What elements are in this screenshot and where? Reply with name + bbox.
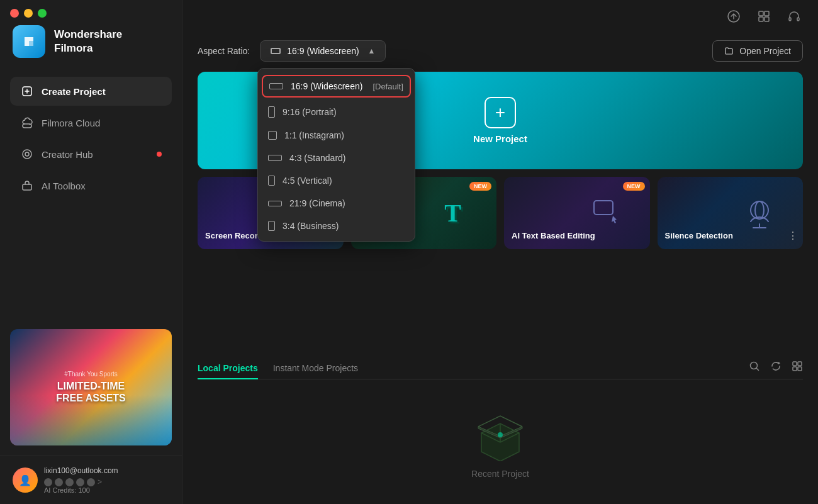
notification-dot	[157, 152, 162, 157]
app-logo	[13, 25, 45, 58]
credit-icon-5	[87, 478, 95, 486]
svg-rect-10	[797, 18, 799, 21]
headset-icon[interactable]	[785, 8, 803, 25]
chevron-up-icon: ▲	[367, 47, 375, 55]
user-profile[interactable]: 👤 lixin100@outlook.com > AI Credits: 100	[0, 456, 182, 504]
card-label: Silence Detection	[665, 231, 733, 242]
user-info: lixin100@outlook.com > AI Credits: 100	[44, 466, 169, 494]
aspect-option-4-3[interactable]: 4:3 (Standard)	[258, 147, 415, 169]
svg-rect-16	[798, 362, 802, 366]
aspect-option-3-4[interactable]: 3:4 (Business)	[258, 215, 415, 237]
maximize-button[interactable]	[38, 9, 47, 18]
svg-rect-5	[759, 11, 763, 16]
card-badge-new: NEW	[623, 182, 645, 191]
icon-square	[268, 131, 277, 140]
option-label: 4:5 (Vertical)	[283, 176, 332, 186]
ai-toolbox-icon	[20, 179, 34, 193]
option-label: 21:9 (Cinema)	[289, 198, 345, 208]
sidebar-item-label: Create Project	[42, 86, 106, 97]
svg-point-14	[751, 362, 758, 369]
sidebar-item-label: Filmora Cloud	[42, 118, 100, 128]
card-badge-new: NEW	[469, 182, 491, 191]
svg-rect-7	[759, 17, 763, 21]
view-toggle-icon[interactable]	[792, 361, 803, 374]
aspect-option-16-9[interactable]: 16:9 (Widescreen) [Default]	[262, 75, 411, 98]
credits-more-icon: >	[98, 478, 102, 486]
credit-icon-2	[55, 478, 63, 486]
svg-rect-17	[793, 367, 797, 371]
option-tag: [Default]	[373, 82, 403, 91]
icon-vertical	[268, 176, 275, 186]
tab-instant-mode[interactable]: Instant Mode Projects	[273, 358, 358, 379]
creator-hub-icon	[20, 147, 34, 161]
empty-state: Recent Project	[198, 379, 803, 504]
avatar: 👤	[13, 468, 38, 493]
open-project-label: Open Project	[739, 46, 791, 56]
svg-rect-8	[765, 17, 769, 21]
promo-tag: #Thank You Sports	[64, 371, 118, 378]
icon-cinema	[268, 201, 282, 206]
svg-point-12	[751, 201, 768, 219]
app-header: Wondershare Filmora	[0, 13, 182, 70]
option-label: 4:3 (Standard)	[289, 153, 346, 163]
traffic-lights	[10, 9, 47, 18]
aspect-ratio-value: 16:9 (Widescreen)	[287, 46, 359, 56]
svg-rect-15	[793, 362, 797, 366]
projects-actions	[749, 361, 803, 377]
promo-banner[interactable]: #Thank You Sports LIMITED-TIME FREE ASSE…	[10, 329, 172, 445]
svg-point-2	[25, 152, 29, 156]
upload-icon[interactable]	[725, 8, 742, 25]
svg-rect-6	[765, 11, 769, 16]
aspect-option-1-1[interactable]: 1:1 (Instagram)	[258, 124, 415, 147]
top-bar	[710, 0, 818, 33]
refresh-icon[interactable]	[770, 361, 782, 374]
aspect-option-9-16[interactable]: 9:16 (Portrait)	[258, 100, 415, 124]
sidebar-item-label: Creator Hub	[42, 149, 93, 160]
option-label: 3:4 (Business)	[283, 221, 339, 231]
icon-business	[268, 221, 275, 231]
svg-rect-9	[789, 18, 791, 21]
svg-rect-3	[23, 184, 31, 190]
credit-icon-3	[65, 478, 74, 486]
aspect-ratio-menu: 16:9 (Widescreen) [Default] 9:16 (Portra…	[257, 68, 415, 242]
sidebar-item-creator-hub[interactable]: Creator Hub	[10, 140, 172, 169]
new-project-content: + New Project	[473, 97, 527, 144]
icon-portrait	[268, 106, 275, 118]
sidebar-item-filmora-cloud[interactable]: Filmora Cloud	[10, 108, 172, 137]
sidebar-item-create-project[interactable]: Create Project	[10, 77, 172, 106]
cloud-icon	[20, 116, 34, 130]
app-title: Wondershare Filmora	[54, 28, 122, 55]
svg-point-19	[498, 432, 503, 437]
user-credits-row: >	[44, 478, 169, 486]
aspect-ratio-label: Aspect Ratio:	[198, 46, 250, 56]
new-project-plus-icon: +	[485, 97, 516, 128]
aspect-ratio-icon-wide	[271, 48, 281, 54]
credit-icon-1	[44, 478, 52, 486]
projects-section: Local Projects Instant Mode Projects	[182, 358, 818, 504]
aspect-ratio-dropdown[interactable]: 16:9 (Widescreen) ▲	[260, 40, 386, 62]
svg-rect-18	[798, 367, 802, 371]
feature-card-silence-detection[interactable]: Silence Detection ⋮	[658, 177, 804, 249]
option-label: 1:1 (Instagram)	[284, 130, 344, 140]
card-menu-dots[interactable]: ⋮	[788, 230, 798, 242]
close-button[interactable]	[10, 9, 19, 18]
option-label: 9:16 (Portrait)	[283, 107, 337, 117]
sidebar: Wondershare Filmora Create Project Filmo…	[0, 0, 182, 504]
minimize-button[interactable]	[24, 9, 33, 18]
sidebar-item-ai-toolbox[interactable]: AI Toolbox	[10, 171, 172, 200]
option-label: 16:9 (Widescreen)	[291, 81, 362, 91]
empty-box-illustration	[469, 405, 532, 461]
search-icon[interactable]	[749, 361, 760, 374]
open-project-button[interactable]: Open Project	[712, 40, 803, 62]
layout-icon[interactable]	[755, 8, 773, 25]
tab-local-projects[interactable]: Local Projects	[198, 358, 258, 379]
feature-card-ai-text-2[interactable]: NEW AI Text Based Editing	[504, 177, 650, 249]
aspect-option-21-9[interactable]: 21:9 (Cinema)	[258, 192, 415, 215]
user-email: lixin100@outlook.com	[44, 466, 169, 475]
create-project-icon	[20, 84, 34, 98]
promo-title-line1: LIMITED-TIME	[57, 380, 125, 392]
aspect-ratio-row: Aspect Ratio: 16:9 (Widescreen) ▲ 16:9 (…	[198, 40, 803, 62]
svg-point-1	[23, 150, 31, 159]
icon-standard	[268, 155, 282, 161]
aspect-option-4-5[interactable]: 4:5 (Vertical)	[258, 169, 415, 192]
